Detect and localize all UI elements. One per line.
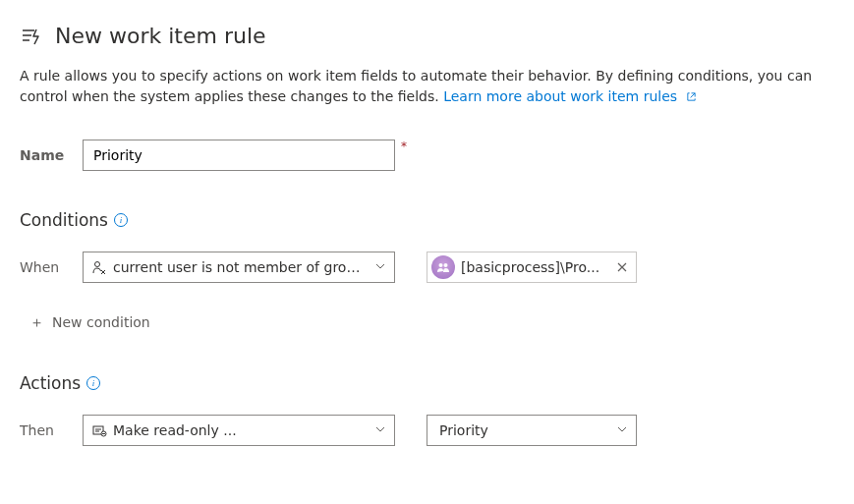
chevron-down-icon bbox=[374, 422, 386, 438]
action-field-dropdown[interactable]: Priority bbox=[427, 415, 637, 446]
group-avatar-icon bbox=[431, 255, 455, 279]
condition-type-dropdown[interactable]: current user is not member of group ... bbox=[83, 252, 395, 283]
group-chip: [basicprocess]\Pro... bbox=[427, 252, 637, 283]
learn-more-link[interactable]: Learn more about work item rules bbox=[443, 88, 696, 104]
action-field-text: Priority bbox=[435, 422, 610, 438]
action-row: Then Make read-only ... Priority bbox=[20, 415, 834, 446]
name-label: Name bbox=[20, 147, 83, 163]
page-description: A rule allows you to specify actions on … bbox=[20, 66, 834, 108]
then-label: Then bbox=[20, 422, 83, 438]
condition-row: When current user is not member of group… bbox=[20, 252, 834, 283]
required-asterisk: * bbox=[401, 140, 407, 153]
page-header: New work item rule bbox=[20, 24, 834, 48]
svg-point-0 bbox=[95, 262, 100, 267]
info-icon[interactable]: i bbox=[86, 376, 100, 390]
info-icon[interactable]: i bbox=[114, 213, 128, 227]
new-condition-button[interactable]: ＋ New condition bbox=[26, 310, 154, 334]
rule-icon bbox=[20, 25, 43, 48]
condition-type-text: current user is not member of group ... bbox=[113, 259, 369, 275]
action-type-text: Make read-only ... bbox=[113, 422, 369, 438]
actions-heading: Actions i bbox=[20, 373, 834, 393]
when-label: When bbox=[20, 259, 83, 275]
user-not-member-icon bbox=[91, 259, 107, 275]
chevron-down-icon bbox=[374, 259, 386, 275]
chevron-down-icon bbox=[616, 422, 628, 438]
readonly-icon bbox=[91, 422, 107, 438]
svg-point-2 bbox=[444, 263, 448, 267]
svg-point-1 bbox=[439, 263, 443, 267]
new-condition-label: New condition bbox=[52, 314, 150, 330]
name-input[interactable] bbox=[83, 140, 395, 171]
group-chip-text: [basicprocess]\Pro... bbox=[461, 259, 608, 275]
name-row: Name * bbox=[20, 140, 834, 171]
action-type-dropdown[interactable]: Make read-only ... bbox=[83, 415, 395, 446]
close-icon[interactable] bbox=[614, 259, 630, 275]
conditions-heading: Conditions i bbox=[20, 210, 834, 230]
external-link-icon bbox=[686, 87, 697, 108]
page-title: New work item rule bbox=[55, 24, 266, 48]
plus-icon: ＋ bbox=[29, 315, 44, 330]
